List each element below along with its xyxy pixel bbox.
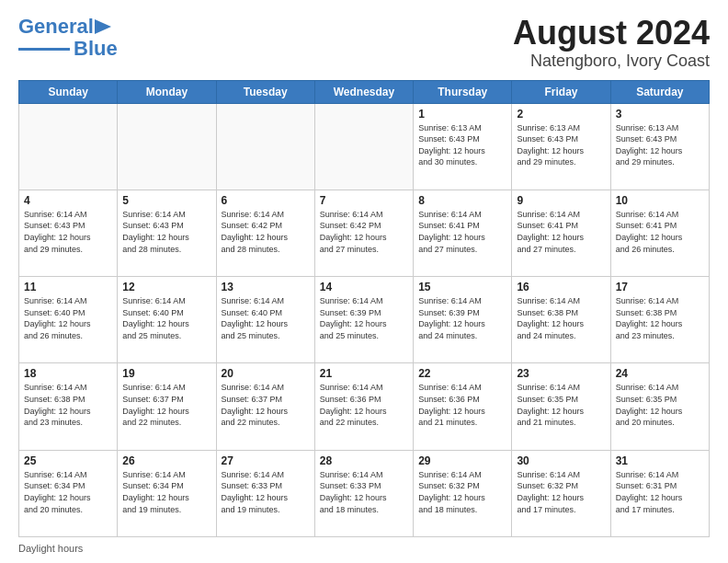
logo-arrow-icon — [95, 19, 111, 34]
day-info: Sunrise: 6:14 AM Sunset: 6:43 PM Dayligh… — [24, 209, 112, 255]
day-number: 4 — [24, 194, 112, 207]
calendar-day-cell: 8Sunrise: 6:14 AM Sunset: 6:41 PM Daylig… — [414, 190, 512, 276]
day-number: 1 — [418, 108, 506, 121]
day-info: Sunrise: 6:14 AM Sunset: 6:36 PM Dayligh… — [418, 382, 506, 428]
calendar-day-cell — [314, 103, 413, 190]
calendar-day-cell: 29Sunrise: 6:14 AM Sunset: 6:32 PM Dayli… — [414, 450, 512, 536]
day-number: 15 — [418, 281, 506, 293]
calendar-day-cell: 9Sunrise: 6:14 AM Sunset: 6:41 PM Daylig… — [512, 190, 610, 276]
day-info: Sunrise: 6:14 AM Sunset: 6:35 PM Dayligh… — [517, 382, 605, 428]
calendar-day-cell: 22Sunrise: 6:14 AM Sunset: 6:36 PM Dayli… — [414, 363, 512, 450]
day-number: 11 — [24, 281, 112, 293]
calendar-day-cell: 4Sunrise: 6:14 AM Sunset: 6:43 PM Daylig… — [19, 190, 118, 276]
day-info: Sunrise: 6:14 AM Sunset: 6:40 PM Dayligh… — [122, 295, 210, 341]
day-number: 5 — [122, 194, 210, 207]
calendar-day-cell: 28Sunrise: 6:14 AM Sunset: 6:33 PM Dayli… — [314, 450, 413, 536]
day-number: 27 — [222, 454, 310, 467]
calendar-weekday-header: Friday — [512, 80, 610, 103]
calendar-day-cell: 13Sunrise: 6:14 AM Sunset: 6:40 PM Dayli… — [216, 277, 314, 363]
calendar-day-cell: 16Sunrise: 6:14 AM Sunset: 6:38 PM Dayli… — [512, 277, 610, 363]
calendar-day-cell: 12Sunrise: 6:14 AM Sunset: 6:40 PM Dayli… — [118, 277, 216, 363]
calendar-table: SundayMondayTuesdayWednesdayThursdayFrid… — [18, 80, 710, 537]
calendar-day-cell: 25Sunrise: 6:14 AM Sunset: 6:34 PM Dayli… — [19, 450, 118, 536]
calendar-day-cell: 20Sunrise: 6:14 AM Sunset: 6:37 PM Dayli… — [216, 363, 314, 450]
day-number: 6 — [222, 194, 310, 207]
day-number: 9 — [517, 194, 605, 207]
day-number: 2 — [517, 108, 605, 121]
calendar-day-cell: 11Sunrise: 6:14 AM Sunset: 6:40 PM Dayli… — [19, 277, 118, 363]
page-title: August 2024 — [513, 15, 710, 52]
calendar-day-cell: 30Sunrise: 6:14 AM Sunset: 6:32 PM Dayli… — [512, 450, 610, 536]
page-subtitle: Natengboro, Ivory Coast — [513, 52, 710, 71]
day-info: Sunrise: 6:13 AM Sunset: 6:43 PM Dayligh… — [616, 122, 704, 168]
day-number: 29 — [418, 454, 506, 467]
calendar-day-cell: 6Sunrise: 6:14 AM Sunset: 6:42 PM Daylig… — [216, 190, 314, 276]
calendar-header-row: SundayMondayTuesdayWednesdayThursdayFrid… — [19, 80, 710, 103]
day-number: 8 — [418, 194, 506, 207]
calendar-weekday-header: Thursday — [414, 80, 512, 103]
day-info: Sunrise: 6:13 AM Sunset: 6:43 PM Dayligh… — [517, 122, 605, 168]
calendar-weekday-header: Monday — [118, 80, 216, 103]
day-info: Sunrise: 6:14 AM Sunset: 6:34 PM Dayligh… — [122, 469, 210, 515]
calendar-day-cell: 3Sunrise: 6:13 AM Sunset: 6:43 PM Daylig… — [610, 103, 709, 190]
calendar-weekday-header: Sunday — [19, 80, 118, 103]
calendar-week-row: 18Sunrise: 6:14 AM Sunset: 6:38 PM Dayli… — [19, 363, 710, 450]
calendar-day-cell — [216, 103, 314, 190]
day-info: Sunrise: 6:14 AM Sunset: 6:33 PM Dayligh… — [320, 469, 408, 515]
calendar-weekday-header: Wednesday — [314, 80, 413, 103]
calendar-day-cell: 26Sunrise: 6:14 AM Sunset: 6:34 PM Dayli… — [118, 450, 216, 536]
day-number: 3 — [616, 108, 704, 121]
day-number: 17 — [616, 281, 704, 293]
calendar-day-cell: 31Sunrise: 6:14 AM Sunset: 6:31 PM Dayli… — [610, 450, 709, 536]
title-block: August 2024 Natengboro, Ivory Coast — [513, 15, 710, 71]
day-number: 26 — [122, 454, 210, 467]
day-info: Sunrise: 6:14 AM Sunset: 6:37 PM Dayligh… — [222, 382, 310, 428]
day-number: 16 — [517, 281, 605, 293]
day-info: Sunrise: 6:14 AM Sunset: 6:35 PM Dayligh… — [616, 382, 704, 428]
day-number: 10 — [616, 194, 704, 207]
day-info: Sunrise: 6:14 AM Sunset: 6:31 PM Dayligh… — [616, 469, 704, 515]
calendar-day-cell: 15Sunrise: 6:14 AM Sunset: 6:39 PM Dayli… — [414, 277, 512, 363]
logo-text: General — [18, 15, 94, 39]
calendar-week-row: 1Sunrise: 6:13 AM Sunset: 6:43 PM Daylig… — [19, 103, 710, 190]
day-number: 28 — [320, 454, 408, 467]
footer-text: Daylight hours — [18, 543, 83, 554]
calendar-weekday-header: Tuesday — [216, 80, 314, 103]
day-number: 7 — [320, 194, 408, 207]
day-info: Sunrise: 6:14 AM Sunset: 6:38 PM Dayligh… — [517, 295, 605, 341]
calendar-day-cell: 14Sunrise: 6:14 AM Sunset: 6:39 PM Dayli… — [314, 277, 413, 363]
day-number: 23 — [517, 367, 605, 380]
day-info: Sunrise: 6:14 AM Sunset: 6:41 PM Dayligh… — [616, 209, 704, 255]
calendar-day-cell: 27Sunrise: 6:14 AM Sunset: 6:33 PM Dayli… — [216, 450, 314, 536]
page: General Blue August 2024 Natengboro, Ivo… — [0, 0, 728, 563]
day-number: 12 — [122, 281, 210, 293]
calendar-day-cell: 10Sunrise: 6:14 AM Sunset: 6:41 PM Dayli… — [610, 190, 709, 276]
day-info: Sunrise: 6:14 AM Sunset: 6:41 PM Dayligh… — [418, 209, 506, 255]
calendar-day-cell: 23Sunrise: 6:14 AM Sunset: 6:35 PM Dayli… — [512, 363, 610, 450]
day-number: 19 — [122, 367, 210, 380]
logo: General Blue — [18, 15, 118, 61]
day-info: Sunrise: 6:14 AM Sunset: 6:42 PM Dayligh… — [222, 209, 310, 255]
calendar-week-row: 11Sunrise: 6:14 AM Sunset: 6:40 PM Dayli… — [19, 277, 710, 363]
day-info: Sunrise: 6:14 AM Sunset: 6:40 PM Dayligh… — [222, 295, 310, 341]
day-info: Sunrise: 6:14 AM Sunset: 6:36 PM Dayligh… — [320, 382, 408, 428]
day-info: Sunrise: 6:14 AM Sunset: 6:38 PM Dayligh… — [616, 295, 704, 341]
day-number: 25 — [24, 454, 112, 467]
day-number: 14 — [320, 281, 408, 293]
day-info: Sunrise: 6:14 AM Sunset: 6:38 PM Dayligh… — [24, 382, 112, 428]
day-info: Sunrise: 6:14 AM Sunset: 6:32 PM Dayligh… — [517, 469, 605, 515]
day-info: Sunrise: 6:14 AM Sunset: 6:39 PM Dayligh… — [320, 295, 408, 341]
day-info: Sunrise: 6:14 AM Sunset: 6:39 PM Dayligh… — [418, 295, 506, 341]
day-info: Sunrise: 6:14 AM Sunset: 6:37 PM Dayligh… — [122, 382, 210, 428]
day-number: 21 — [320, 367, 408, 380]
calendar-week-row: 4Sunrise: 6:14 AM Sunset: 6:43 PM Daylig… — [19, 190, 710, 276]
day-number: 20 — [222, 367, 310, 380]
calendar-day-cell: 21Sunrise: 6:14 AM Sunset: 6:36 PM Dayli… — [314, 363, 413, 450]
day-info: Sunrise: 6:14 AM Sunset: 6:43 PM Dayligh… — [122, 209, 210, 255]
calendar-day-cell: 19Sunrise: 6:14 AM Sunset: 6:37 PM Dayli… — [118, 363, 216, 450]
header: General Blue August 2024 Natengboro, Ivo… — [18, 15, 710, 71]
day-number: 22 — [418, 367, 506, 380]
logo-blue-text: Blue — [74, 37, 118, 61]
calendar-week-row: 25Sunrise: 6:14 AM Sunset: 6:34 PM Dayli… — [19, 450, 710, 536]
day-number: 18 — [24, 367, 112, 380]
